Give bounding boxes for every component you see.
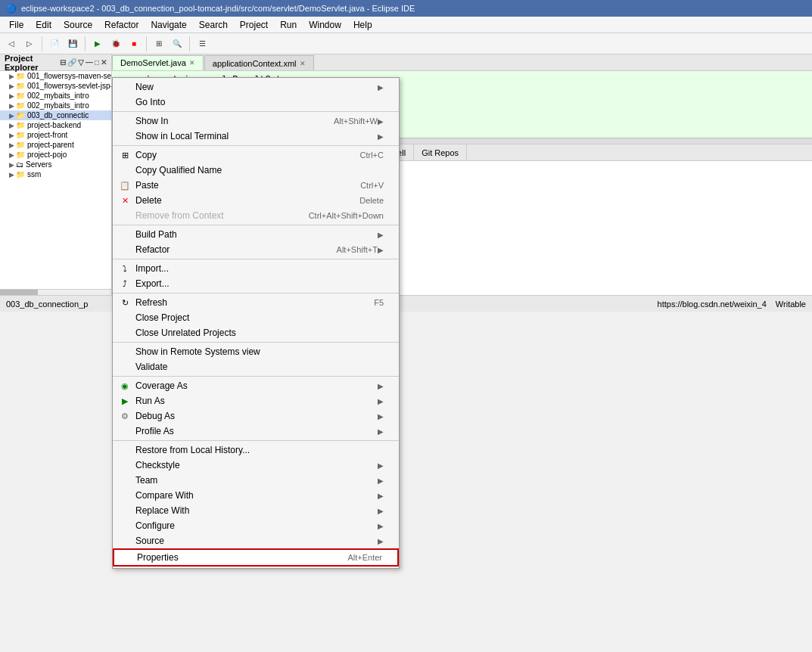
- ctx-compare-with-arrow: ▶: [378, 492, 384, 500]
- tree-label-6: project-backend: [27, 121, 81, 129]
- tree-item-project4[interactable]: ▶ 📁 002_mybaits_intro: [0, 101, 111, 110]
- ctx-profile-as[interactable]: Profile As ▶: [113, 424, 399, 439]
- menu-search[interactable]: Search: [193, 18, 234, 32]
- export-icon: ⤴: [119, 278, 131, 290]
- ctx-configure[interactable]: Configure ▶: [113, 518, 399, 533]
- ctx-copy[interactable]: ⊞ Copy Ctrl+C: [113, 147, 399, 163]
- ctx-new[interactable]: New ▶: [113, 79, 399, 95]
- project-explorer: Project Explorer ⊟ 🔗 ▽ — □ ✕ ▶ 📁 001_flo…: [0, 54, 112, 295]
- project-icon-4: 📁: [16, 101, 25, 110]
- ctx-copy-shortcut: Ctrl+C: [360, 151, 384, 160]
- tree-item-project2[interactable]: ▶ 📁 001_flowersys-sevlet-jsp-mysql [001_…: [0, 81, 111, 91]
- toolbar-run[interactable]: ▶: [89, 36, 106, 52]
- menu-edit[interactable]: Edit: [30, 18, 58, 32]
- ctx-compare-with[interactable]: Compare With ▶: [113, 488, 399, 503]
- ctx-export[interactable]: ⤴ Export...: [113, 276, 399, 291]
- menu-run[interactable]: Run: [274, 18, 303, 32]
- project-icon-8: 📁: [16, 141, 25, 149]
- tree-arrow-1: ▶: [9, 73, 14, 80]
- menu-project[interactable]: Project: [234, 18, 274, 32]
- menu-file[interactable]: File: [3, 18, 30, 32]
- toolbar-sep-4: [189, 36, 190, 51]
- status-right-group: https://blog.csdn.net/weixin_4 Writable: [658, 300, 806, 309]
- link-with-editor-icon[interactable]: 🔗: [67, 58, 76, 67]
- ssm-icon: 📁: [16, 170, 25, 179]
- ctx-refactor[interactable]: Refactor Alt+Shift+T ▶: [113, 242, 399, 257]
- ctx-close-unrelated[interactable]: Close Unrelated Projects: [113, 325, 399, 340]
- close-panel-icon[interactable]: ✕: [101, 58, 107, 67]
- ctx-copy-qualified[interactable]: Copy Qualified Name: [113, 163, 399, 178]
- ctx-build-path[interactable]: Build Path ▶: [113, 227, 399, 242]
- toolbar-forward[interactable]: ▷: [21, 36, 38, 52]
- tab-appcontext-close[interactable]: ✕: [300, 60, 306, 67]
- view-menu-icon[interactable]: ▽: [78, 58, 84, 67]
- ctx-remove-context[interactable]: Remove from Context Ctrl+Alt+Shift+Down: [113, 208, 399, 223]
- collapse-all-icon[interactable]: ⊟: [60, 58, 66, 67]
- toolbar-debug[interactable]: 🐞: [107, 36, 124, 52]
- ctx-properties[interactable]: Properties Alt+Enter: [113, 548, 399, 567]
- project-icon-6: 📁: [16, 121, 25, 129]
- project-icon-3: 📁: [16, 92, 25, 100]
- ctx-restore-history[interactable]: Restore from Local History...: [113, 442, 399, 458]
- ctx-show-in[interactable]: Show In Alt+Shift+W ▶: [113, 113, 399, 129]
- ctx-paste[interactable]: 📋 Paste Ctrl+V: [113, 178, 399, 193]
- toolbar-back[interactable]: ◁: [3, 36, 20, 52]
- tree-item-project5[interactable]: ▶ 📁 003_db_connectic: [0, 110, 111, 120]
- status-url: https://blog.csdn.net/weixin_4: [658, 300, 767, 309]
- project-icon-7: 📁: [16, 131, 25, 139]
- ctx-show-remote[interactable]: Show in Remote Systems view: [113, 344, 399, 359]
- menu-navigate[interactable]: Navigate: [145, 18, 192, 32]
- ctx-import[interactable]: ⤵ Import...: [113, 261, 399, 276]
- ctx-team[interactable]: Team ▶: [113, 473, 399, 488]
- toolbar-perspective[interactable]: ☰: [194, 36, 210, 52]
- pe-scrollbar[interactable]: [0, 289, 111, 295]
- ctx-replace-with[interactable]: Replace With ▶: [113, 503, 399, 518]
- menu-source[interactable]: Source: [58, 18, 98, 32]
- tree-item-project9[interactable]: ▶ 📁 project-pojo: [0, 150, 111, 160]
- tab-demoservlet-close[interactable]: ✕: [189, 59, 195, 67]
- toolbar-sep-2: [85, 36, 86, 51]
- menu-help[interactable]: Help: [347, 18, 378, 32]
- menu-window[interactable]: Window: [303, 18, 347, 32]
- tree-arrow-5: ▶: [9, 112, 14, 120]
- menu-refactor[interactable]: Refactor: [98, 18, 145, 32]
- ctx-checkstyle[interactable]: Checkstyle ▶: [113, 458, 399, 473]
- tree-label-ssm: ssm: [27, 170, 41, 179]
- ctx-coverage-as-arrow: ▶: [378, 382, 384, 390]
- toolbar-save[interactable]: 💾: [64, 36, 81, 52]
- ctx-go-into[interactable]: Go Into: [113, 95, 399, 110]
- toolbar-console[interactable]: ⊞: [151, 36, 167, 52]
- maximize-icon[interactable]: □: [95, 58, 99, 67]
- tree-arrow-8: ▶: [9, 141, 14, 149]
- tab-demoservlet[interactable]: DemoServlet.java ✕: [112, 55, 204, 70]
- tree-arrow-3: ▶: [9, 92, 14, 100]
- ctx-source[interactable]: Source ▶: [113, 533, 399, 548]
- ctx-debug-as[interactable]: ⚙ Debug As ▶: [113, 408, 399, 424]
- ctx-show-local-terminal[interactable]: Show in Local Terminal ▶: [113, 129, 399, 144]
- tab-appcontext[interactable]: applicationContext.xml ✕: [204, 55, 314, 70]
- ctx-run-as[interactable]: ▶ Run As ▶: [113, 393, 399, 408]
- toolbar-new[interactable]: 📄: [46, 36, 63, 52]
- bottom-tab-gitrepos[interactable]: Git Repos: [414, 144, 467, 161]
- minimize-icon[interactable]: —: [86, 58, 93, 67]
- tree-item-project1[interactable]: ▶ 📁 001_flowersys-maven-sevlet-jsp-mysql…: [0, 71, 111, 81]
- project-icon-5: 📁: [16, 111, 25, 120]
- ctx-validate[interactable]: Validate: [113, 359, 399, 374]
- tree-item-servers[interactable]: ▶ 🗂 Servers: [0, 160, 111, 169]
- pe-scrollbar-thumb[interactable]: [0, 290, 38, 295]
- tree-item-ssm[interactable]: ▶ 📁 ssm: [0, 169, 111, 179]
- ctx-refresh[interactable]: ↻ Refresh F5: [113, 295, 399, 310]
- tree-item-project6[interactable]: ▶ 📁 project-backend: [0, 120, 111, 130]
- tab-appcontext-label: applicationContext.xml: [213, 59, 297, 68]
- ctx-coverage-as[interactable]: ◉ Coverage As ▶: [113, 378, 399, 393]
- tree-item-project7[interactable]: ▶ 📁 project-front: [0, 130, 111, 140]
- tree-item-project3[interactable]: ▶ 📁 002_mybaits_intro: [0, 91, 111, 101]
- toolbar-search[interactable]: 🔍: [169, 36, 185, 52]
- toolbar-stop[interactable]: ■: [126, 36, 142, 52]
- ctx-configure-label: Configure: [135, 520, 378, 531]
- ctx-delete[interactable]: ✕ Delete Delete: [113, 193, 399, 208]
- ctx-close-project-label: Close Project: [135, 312, 384, 323]
- tree-item-project8[interactable]: ▶ 📁 project-parent: [0, 140, 111, 150]
- ctx-properties-shortcut: Alt+Enter: [347, 553, 382, 562]
- ctx-close-project[interactable]: Close Project: [113, 310, 399, 325]
